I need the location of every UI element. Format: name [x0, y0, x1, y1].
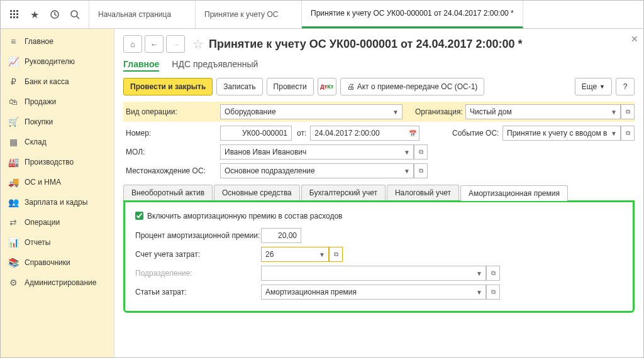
location-dropdown[interactable]: ▼ — [401, 163, 414, 178]
post-and-close-button[interactable]: Провести и закрыть — [123, 78, 213, 95]
menu-icon: ≡ — [7, 35, 19, 48]
cost-dropdown[interactable]: ▼ — [473, 285, 486, 300]
org-input[interactable]: Чистый дом — [465, 104, 608, 119]
acct-label: Счет учета затрат: — [133, 250, 261, 259]
event-dropdown[interactable]: ▼ — [608, 126, 621, 141]
home-button[interactable]: ⌂ — [123, 35, 142, 53]
svg-rect-2 — [16, 10, 18, 12]
svg-rect-1 — [13, 10, 15, 12]
truck-icon: 🚚 — [7, 176, 19, 188]
itab-noncurrent[interactable]: Внеоборотный актив — [123, 185, 213, 200]
mol-dropdown[interactable]: ▼ — [401, 144, 414, 160]
mol-label: МОЛ: — [123, 148, 220, 156]
location-input[interactable]: Основное подразделение — [220, 163, 401, 178]
event-label: Событие ОС: — [452, 129, 502, 138]
sidebar-item-admin[interactable]: ⚙Администрирование — [1, 273, 114, 293]
sidebar-item-production[interactable]: 🏭Производство — [1, 152, 114, 172]
itab-fixed-assets[interactable]: Основные средства — [214, 185, 300, 200]
top-bar: ★ Начальная страница Принятие к учету ОС… — [1, 1, 643, 29]
ruble-icon: ₽ — [7, 75, 19, 88]
acct-dropdown[interactable]: ▼ — [316, 247, 329, 262]
date-input[interactable]: 24.04.2017 2:00:00 — [310, 126, 406, 141]
acct-open-icon[interactable]: ⧉ — [329, 247, 343, 262]
org-open-icon[interactable]: ⧉ — [621, 104, 635, 119]
dept-label: Подразделение: — [133, 269, 261, 278]
subtab-vat[interactable]: НДС предъявленный — [172, 59, 258, 72]
org-dropdown[interactable]: ▼ — [608, 104, 621, 119]
sidebar-item-purchases[interactable]: 🛒Покупки — [1, 112, 114, 132]
favorite-star-icon[interactable]: ☆ — [192, 36, 204, 52]
op-type-input[interactable]: Оборудование — [220, 104, 389, 119]
cost-input[interactable]: Амортизационная премия — [261, 285, 473, 300]
svg-rect-0 — [10, 10, 12, 12]
act-button[interactable]: 🖨Акт о приеме-передаче ОС (ОС-1) — [340, 78, 485, 95]
gear-icon: ⚙ — [7, 276, 19, 289]
subtab-main[interactable]: Главное — [123, 59, 159, 72]
page-title: Принятие к учету ОС УК00-000001 от 24.04… — [209, 38, 523, 51]
svg-rect-4 — [13, 13, 15, 15]
acct-input[interactable]: 26 — [261, 247, 316, 262]
star-icon[interactable]: ★ — [26, 6, 43, 23]
itab-tax[interactable]: Налоговый учет — [387, 185, 459, 200]
forward-button[interactable]: → — [166, 35, 185, 53]
sidebar-item-catalogs[interactable]: 📚Справочники — [1, 252, 114, 273]
operations-icon: ⇄ — [7, 216, 19, 229]
number-input[interactable]: УК00-000001 — [220, 126, 292, 141]
tab-doc-current[interactable]: Принятие к учету ОС УК00-000001 от 24.04… — [302, 1, 523, 28]
history-icon[interactable] — [46, 6, 64, 23]
bag-icon: 🛍 — [7, 95, 19, 108]
sidebar-item-reports[interactable]: 📊Отчеты — [1, 232, 114, 252]
post-button[interactable]: Провести — [267, 78, 314, 95]
svg-rect-3 — [10, 13, 12, 15]
close-icon[interactable]: ✕ — [631, 34, 638, 44]
mol-open-icon[interactable]: ⧉ — [414, 144, 428, 160]
calendar-icon[interactable]: 📅 — [406, 126, 419, 141]
sidebar-item-warehouse[interactable]: ▦Склад — [1, 132, 114, 152]
doc-toolbar: Провести и закрыть Записать Провести ДтК… — [123, 78, 635, 95]
content: ✕ ⌂ ← → ☆ Принятие к учету ОС УК00-00000… — [114, 29, 643, 357]
tab-doc-list[interactable]: Принятие к учету ОС — [196, 1, 302, 28]
include-bonus-input[interactable] — [135, 212, 143, 220]
sidebar-item-operations[interactable]: ⇄Операции — [1, 212, 114, 232]
sidebar-item-assets[interactable]: 🚚ОС и НМА — [1, 172, 114, 192]
dept-open-icon[interactable]: ⧉ — [486, 266, 500, 281]
toolbar-quick-icons: ★ — [1, 1, 89, 28]
svg-rect-7 — [13, 16, 15, 18]
sidebar-item-payroll[interactable]: 👥Зарплата и кадры — [1, 192, 114, 212]
location-label: Местонахождение ОС: — [123, 166, 220, 175]
back-button[interactable]: ← — [145, 35, 164, 53]
itab-bonus[interactable]: Амортизационная премия — [460, 185, 568, 201]
include-bonus-checkbox[interactable]: Включить амортизационную премию в состав… — [133, 210, 625, 222]
sidebar-item-manager[interactable]: 📈Руководителю — [1, 52, 114, 72]
help-button[interactable]: ? — [616, 78, 635, 95]
cost-open-icon[interactable]: ⧉ — [486, 285, 500, 300]
boxes-icon: ▦ — [7, 136, 19, 148]
chart-line-icon: 📈 — [7, 55, 19, 68]
event-open-icon[interactable]: ⧉ — [621, 126, 635, 141]
event-input[interactable]: Принятие к учету с вводом в — [502, 126, 608, 141]
sidebar-item-main[interactable]: ≡Главное — [1, 31, 114, 52]
dept-input[interactable] — [261, 266, 473, 281]
more-button[interactable]: Еще ▼ — [575, 78, 612, 95]
itab-accounting[interactable]: Бухгалтерский учет — [301, 185, 386, 200]
bars-icon: 📊 — [7, 236, 19, 249]
tab-home[interactable]: Начальная страница — [89, 1, 196, 28]
svg-rect-5 — [16, 13, 18, 15]
svg-point-10 — [71, 11, 77, 17]
sidebar-item-bank[interactable]: ₽Банк и касса — [1, 72, 114, 92]
dtkt-icon[interactable]: ДтКт — [318, 78, 336, 95]
op-type-dropdown[interactable]: ▼ — [389, 104, 402, 119]
chevron-down-icon: ▼ — [599, 84, 605, 90]
mol-input[interactable]: Иванов Иван Иванович — [220, 144, 401, 160]
apps-icon[interactable] — [6, 6, 23, 23]
sidebar-item-sales[interactable]: 🛍Продажи — [1, 92, 114, 112]
sidebar: ≡Главное 📈Руководителю ₽Банк и касса 🛍Пр… — [1, 29, 114, 357]
doc-subtabs: Главное НДС предъявленный — [123, 59, 635, 72]
cart-icon: 🛒 — [7, 116, 19, 128]
location-open-icon[interactable]: ⧉ — [414, 163, 428, 178]
dept-dropdown[interactable]: ▼ — [473, 266, 486, 281]
people-icon: 👥 — [7, 196, 19, 209]
save-button[interactable]: Записать — [216, 78, 262, 95]
search-icon[interactable] — [66, 6, 84, 23]
pct-input[interactable]: 20,00 — [261, 228, 301, 243]
